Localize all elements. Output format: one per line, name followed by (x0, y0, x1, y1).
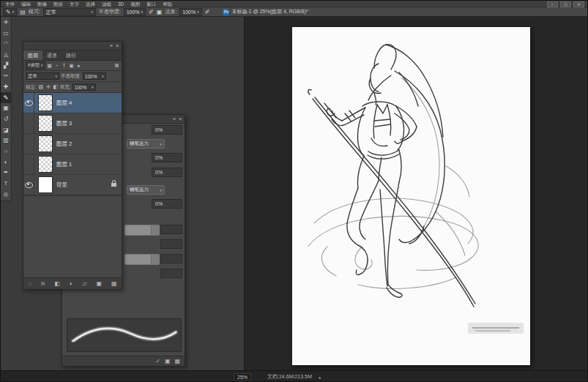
visibility-toggle[interactable] (23, 93, 34, 113)
close-button[interactable]: × (573, 1, 584, 7)
new-layer-icon[interactable]: ▣ (97, 280, 103, 287)
history-brush-tool[interactable]: ↺ (1, 113, 11, 124)
link-layers-icon[interactable]: ◌ (28, 280, 31, 287)
control-dropdown[interactable]: 钢笔压力 ▾ (127, 139, 165, 149)
lock-toggle-icon[interactable]: ✓ (155, 358, 160, 364)
quick-select-tool[interactable]: ◬ (1, 49, 11, 60)
lock-transparency-icon[interactable]: ▨ (38, 84, 44, 90)
filter-pixel-icon[interactable]: ▦ (47, 63, 53, 69)
layer-mask-icon[interactable]: ◧ (54, 280, 60, 287)
control-dropdown[interactable]: 钢笔压力 ▾ (127, 185, 165, 195)
visibility-toggle[interactable] (23, 134, 34, 154)
menu-select[interactable]: 选择 (86, 1, 95, 7)
gradient-tool[interactable]: ▥ (1, 135, 11, 146)
crop-tool[interactable]: ▞ (1, 60, 11, 71)
blur-tool[interactable]: ○ (1, 146, 11, 157)
angle-jitter-field[interactable]: 0% (152, 168, 182, 177)
opacity-field[interactable]: 100% ▾ (124, 8, 146, 16)
restore-button[interactable]: □ (560, 1, 571, 7)
filter-shape-icon[interactable]: ▣ (69, 63, 75, 69)
visibility-toggle[interactable] (23, 175, 34, 195)
menu-type[interactable]: 文字 (70, 1, 79, 7)
canvas-page[interactable] (292, 27, 530, 365)
layer-thumbnail[interactable] (38, 156, 53, 173)
eraser-tool[interactable]: ◪ (1, 124, 11, 135)
lock-all-icon[interactable]: ◧ (53, 84, 59, 90)
document-window[interactable] (244, 17, 588, 370)
layer-thumbnail[interactable] (38, 115, 53, 132)
menu-view[interactable]: 视图 (130, 1, 140, 7)
collapse-icon[interactable]: « (173, 116, 176, 121)
layer-row[interactable]: 图层 4 (23, 93, 122, 113)
clone-stamp-tool[interactable]: ▣ (1, 103, 11, 114)
layer-opacity-field[interactable]: 100% ▾ (83, 72, 106, 80)
collapse-icon[interactable]: « (110, 43, 113, 48)
tab-channels[interactable]: 通道 (42, 50, 62, 60)
menu-help[interactable]: 帮助 (163, 1, 172, 7)
menu-window[interactable]: 窗口 (146, 1, 156, 7)
eyedropper-tool[interactable]: ✑ (1, 70, 11, 81)
document-tab[interactable]: Ps 未标题-1 @ 25%(图层 4, RGB/8)* (223, 8, 308, 15)
layer-row[interactable]: 图层 1 (23, 154, 122, 175)
brush-panel-toggle-icon[interactable]: ▤ (20, 9, 26, 15)
zoom-tool[interactable]: ◎ (1, 189, 11, 200)
layer-row[interactable]: 图层 2 (23, 134, 122, 154)
panel-tabs: 图层 通道 路径 (23, 50, 122, 61)
type-tool[interactable]: T (1, 178, 11, 189)
menu-edit[interactable]: 编辑 (21, 1, 31, 7)
panel-menu-icon[interactable]: ≡ (179, 116, 182, 121)
control-value: 钢笔压力 (130, 141, 149, 147)
zoom-level-field[interactable]: 25% (234, 373, 251, 381)
layer-thumbnail[interactable] (38, 94, 53, 111)
adjustment-layer-icon[interactable]: ◐ (70, 280, 73, 287)
jitter-value-field[interactable]: 0% (152, 125, 182, 135)
pressure-opacity-icon[interactable]: ✐ (149, 9, 154, 15)
layer-row-background[interactable]: 背景 (23, 175, 122, 195)
menu-3d[interactable]: 3D (118, 1, 124, 7)
dodge-tool[interactable]: ◐ (1, 157, 11, 168)
healing-brush-tool[interactable]: ✚ (1, 81, 11, 92)
delete-layer-icon[interactable]: ▦ (111, 280, 117, 287)
minimize-button[interactable]: – (547, 1, 558, 7)
layer-thumbnail[interactable] (38, 135, 53, 152)
visibility-toggle[interactable] (23, 154, 34, 174)
layer-blend-mode-select[interactable]: 正常 ▾ (26, 72, 59, 80)
pen-tool[interactable]: ✒ (1, 168, 11, 179)
document-size-info: 文档:24.6M/213.5M (267, 373, 312, 381)
filter-kind-select[interactable]: P类型 ▾ (26, 61, 45, 70)
move-tool[interactable]: ✛ (1, 17, 11, 28)
filter-switch[interactable] (115, 64, 119, 67)
layer-style-icon[interactable]: fx (41, 281, 45, 286)
menu-layer[interactable]: 图层 (53, 1, 63, 7)
menu-filter[interactable]: 滤镜 (102, 1, 111, 7)
airbrush-icon[interactable]: ✐ (205, 9, 210, 15)
fill-label: 填充: (60, 84, 71, 91)
minimum-value-field[interactable]: 0% (152, 153, 182, 162)
visibility-toggle[interactable] (23, 113, 34, 133)
filter-adjustment-icon[interactable]: ◔ (54, 63, 60, 68)
delete-icon[interactable]: ▦ (174, 358, 180, 364)
layer-thumbnail[interactable] (38, 176, 53, 193)
lock-position-icon[interactable]: ✛ (45, 84, 51, 90)
flow-field[interactable]: 100% ▾ (179, 8, 201, 16)
panel-menu-icon[interactable]: ≡ (116, 43, 119, 48)
new-preset-icon[interactable]: ▣ (165, 358, 171, 364)
brush-preset-picker[interactable]: ✎ ▾ (3, 8, 17, 16)
canvas-sketch (292, 27, 530, 365)
status-arrow-icon[interactable]: ▸ (319, 375, 321, 380)
menu-image[interactable]: 图像 (37, 1, 47, 7)
lasso-tool[interactable]: ◠ (1, 38, 11, 49)
roundness-jitter-field[interactable]: 0% (152, 199, 182, 209)
marquee-tool[interactable]: ▭ (1, 28, 11, 39)
filter-smart-icon[interactable]: ● (76, 63, 82, 68)
menu-file[interactable]: 文件 (5, 1, 15, 7)
layer-row[interactable]: 图层 3 (23, 113, 122, 134)
tablet-icon[interactable]: ▣ (157, 9, 163, 15)
tab-layers[interactable]: 图层 (23, 50, 42, 60)
fill-field[interactable]: 100% ▾ (72, 83, 96, 91)
blend-mode-select[interactable]: 正常 ▾ (43, 8, 96, 16)
brush-tool[interactable]: ✎ (1, 92, 11, 103)
tab-paths[interactable]: 路径 (62, 50, 81, 60)
new-group-icon[interactable]: ▱ (82, 280, 86, 287)
filter-type-icon[interactable]: T (62, 63, 67, 68)
